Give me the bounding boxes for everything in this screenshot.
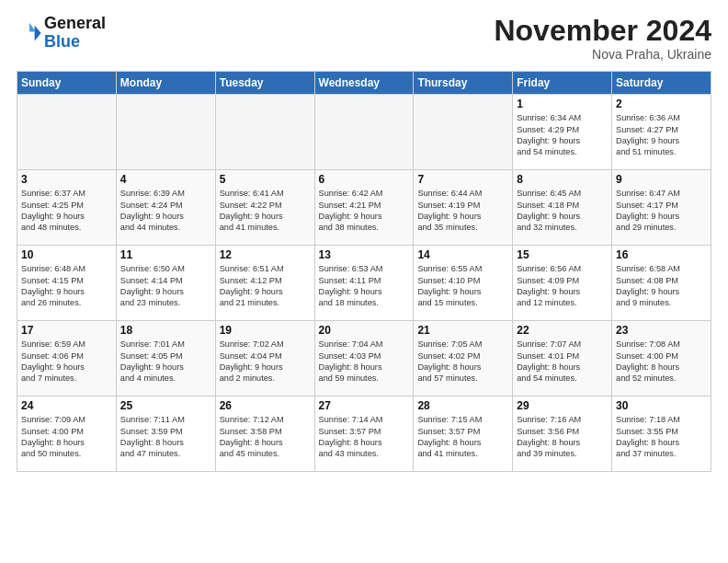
day-number: 15 <box>517 248 608 261</box>
logo-general: General <box>44 14 106 32</box>
day-info: Sunrise: 6:47 AM Sunset: 4:17 PM Dayligh… <box>616 188 707 234</box>
day-info: Sunrise: 6:56 AM Sunset: 4:09 PM Dayligh… <box>517 263 608 309</box>
day-number: 7 <box>417 173 508 186</box>
calendar-cell <box>314 95 414 170</box>
logo: General Blue <box>17 15 106 52</box>
day-info: Sunrise: 7:04 AM Sunset: 4:03 PM Dayligh… <box>319 339 410 385</box>
calendar-cell: 30Sunrise: 7:18 AM Sunset: 3:55 PM Dayli… <box>612 396 711 472</box>
calendar-cell: 29Sunrise: 7:16 AM Sunset: 3:56 PM Dayli… <box>513 396 612 472</box>
calendar-cell: 1Sunrise: 6:34 AM Sunset: 4:29 PM Daylig… <box>513 95 612 170</box>
day-number: 19 <box>220 324 311 337</box>
day-number: 20 <box>319 324 410 337</box>
day-info: Sunrise: 6:50 AM Sunset: 4:14 PM Dayligh… <box>120 263 211 309</box>
day-info: Sunrise: 7:07 AM Sunset: 4:01 PM Dayligh… <box>517 339 608 385</box>
calendar-cell: 2Sunrise: 6:36 AM Sunset: 4:27 PM Daylig… <box>612 95 711 170</box>
day-number: 27 <box>319 399 410 412</box>
calendar-cell: 20Sunrise: 7:04 AM Sunset: 4:03 PM Dayli… <box>314 321 414 396</box>
day-number: 16 <box>616 248 707 261</box>
calendar-cell: 15Sunrise: 6:56 AM Sunset: 4:09 PM Dayli… <box>513 246 612 321</box>
calendar-cell: 7Sunrise: 6:44 AM Sunset: 4:19 PM Daylig… <box>414 170 513 246</box>
day-info: Sunrise: 7:18 AM Sunset: 3:55 PM Dayligh… <box>616 414 707 460</box>
svg-marker-0 <box>35 25 41 40</box>
day-number: 18 <box>120 324 211 337</box>
logo-icon <box>17 20 42 46</box>
day-info: Sunrise: 6:44 AM Sunset: 4:19 PM Dayligh… <box>417 188 508 234</box>
calendar-cell <box>116 95 215 170</box>
day-info: Sunrise: 6:51 AM Sunset: 4:12 PM Dayligh… <box>220 263 311 309</box>
day-info: Sunrise: 7:11 AM Sunset: 3:59 PM Dayligh… <box>120 414 211 460</box>
day-info: Sunrise: 7:12 AM Sunset: 3:58 PM Dayligh… <box>220 414 311 460</box>
day-info: Sunrise: 7:02 AM Sunset: 4:04 PM Dayligh… <box>220 339 311 385</box>
header: General Blue November 2024 Nova Praha, U… <box>17 15 711 62</box>
day-number: 8 <box>517 173 608 186</box>
calendar-cell: 13Sunrise: 6:53 AM Sunset: 4:11 PM Dayli… <box>314 246 414 321</box>
day-info: Sunrise: 7:09 AM Sunset: 4:00 PM Dayligh… <box>21 414 112 460</box>
day-number: 12 <box>220 248 311 261</box>
calendar-cell: 16Sunrise: 6:58 AM Sunset: 4:08 PM Dayli… <box>612 246 711 321</box>
day-number: 26 <box>220 399 311 412</box>
calendar-cell: 11Sunrise: 6:50 AM Sunset: 4:14 PM Dayli… <box>116 246 215 321</box>
day-info: Sunrise: 6:34 AM Sunset: 4:29 PM Dayligh… <box>517 112 608 158</box>
day-info: Sunrise: 7:08 AM Sunset: 4:00 PM Dayligh… <box>616 339 707 385</box>
calendar-cell: 9Sunrise: 6:47 AM Sunset: 4:17 PM Daylig… <box>612 170 711 246</box>
day-number: 10 <box>21 248 112 261</box>
calendar-cell: 18Sunrise: 7:01 AM Sunset: 4:05 PM Dayli… <box>116 321 215 396</box>
day-number: 6 <box>319 173 410 186</box>
calendar-cell: 12Sunrise: 6:51 AM Sunset: 4:12 PM Dayli… <box>215 246 314 321</box>
day-number: 2 <box>616 98 707 110</box>
page: General Blue November 2024 Nova Praha, U… <box>0 0 728 563</box>
day-info: Sunrise: 6:53 AM Sunset: 4:11 PM Dayligh… <box>319 263 410 309</box>
calendar-cell: 6Sunrise: 6:42 AM Sunset: 4:21 PM Daylig… <box>314 170 414 246</box>
month-title: November 2024 <box>494 15 711 47</box>
day-number: 28 <box>417 399 508 412</box>
day-info: Sunrise: 6:59 AM Sunset: 4:06 PM Dayligh… <box>21 339 112 385</box>
calendar-cell: 26Sunrise: 7:12 AM Sunset: 3:58 PM Dayli… <box>215 396 314 472</box>
day-number: 25 <box>120 399 211 412</box>
calendar-cell: 10Sunrise: 6:48 AM Sunset: 4:15 PM Dayli… <box>17 246 117 321</box>
day-number: 21 <box>417 324 508 337</box>
calendar-cell: 23Sunrise: 7:08 AM Sunset: 4:00 PM Dayli… <box>612 321 711 396</box>
day-info: Sunrise: 6:58 AM Sunset: 4:08 PM Dayligh… <box>616 263 707 309</box>
calendar-cell: 22Sunrise: 7:07 AM Sunset: 4:01 PM Dayli… <box>513 321 612 396</box>
day-number: 24 <box>21 399 112 412</box>
calendar-cell: 4Sunrise: 6:39 AM Sunset: 4:24 PM Daylig… <box>116 170 215 246</box>
day-number: 3 <box>21 173 112 186</box>
weekday-header: Friday <box>513 72 612 95</box>
calendar-week-row: 10Sunrise: 6:48 AM Sunset: 4:15 PM Dayli… <box>17 246 711 321</box>
day-info: Sunrise: 7:01 AM Sunset: 4:05 PM Dayligh… <box>120 339 211 385</box>
day-number: 9 <box>616 173 707 186</box>
day-number: 1 <box>517 98 608 110</box>
calendar-cell <box>414 95 513 170</box>
calendar-cell: 17Sunrise: 6:59 AM Sunset: 4:06 PM Dayli… <box>17 321 117 396</box>
calendar-cell: 25Sunrise: 7:11 AM Sunset: 3:59 PM Dayli… <box>116 396 215 472</box>
weekday-header: Saturday <box>612 72 711 95</box>
calendar-cell: 8Sunrise: 6:45 AM Sunset: 4:18 PM Daylig… <box>513 170 612 246</box>
day-number: 13 <box>319 248 410 261</box>
day-info: Sunrise: 6:42 AM Sunset: 4:21 PM Dayligh… <box>319 188 410 234</box>
weekday-header: Tuesday <box>215 72 314 95</box>
weekday-header: Wednesday <box>314 72 414 95</box>
day-info: Sunrise: 7:16 AM Sunset: 3:56 PM Dayligh… <box>517 414 608 460</box>
weekday-header: Sunday <box>17 72 117 95</box>
calendar-cell: 3Sunrise: 6:37 AM Sunset: 4:25 PM Daylig… <box>17 170 117 246</box>
calendar-cell: 14Sunrise: 6:55 AM Sunset: 4:10 PM Dayli… <box>414 246 513 321</box>
logo-blue: Blue <box>44 32 80 51</box>
calendar-week-row: 17Sunrise: 6:59 AM Sunset: 4:06 PM Dayli… <box>17 321 711 396</box>
title-section: November 2024 Nova Praha, Ukraine <box>494 15 711 62</box>
day-number: 11 <box>120 248 211 261</box>
weekday-header: Thursday <box>414 72 513 95</box>
weekday-header: Monday <box>116 72 215 95</box>
location: Nova Praha, Ukraine <box>494 47 711 62</box>
calendar-cell: 24Sunrise: 7:09 AM Sunset: 4:00 PM Dayli… <box>17 396 117 472</box>
day-info: Sunrise: 6:36 AM Sunset: 4:27 PM Dayligh… <box>616 112 707 158</box>
day-info: Sunrise: 6:45 AM Sunset: 4:18 PM Dayligh… <box>517 188 608 234</box>
day-info: Sunrise: 6:41 AM Sunset: 4:22 PM Dayligh… <box>220 188 311 234</box>
calendar-week-row: 24Sunrise: 7:09 AM Sunset: 4:00 PM Dayli… <box>17 396 711 472</box>
day-info: Sunrise: 7:15 AM Sunset: 3:57 PM Dayligh… <box>417 414 508 460</box>
day-info: Sunrise: 6:48 AM Sunset: 4:15 PM Dayligh… <box>21 263 112 309</box>
day-number: 14 <box>417 248 508 261</box>
day-number: 30 <box>616 399 707 412</box>
calendar-cell <box>215 95 314 170</box>
day-info: Sunrise: 6:37 AM Sunset: 4:25 PM Dayligh… <box>21 188 112 234</box>
calendar-cell: 19Sunrise: 7:02 AM Sunset: 4:04 PM Dayli… <box>215 321 314 396</box>
